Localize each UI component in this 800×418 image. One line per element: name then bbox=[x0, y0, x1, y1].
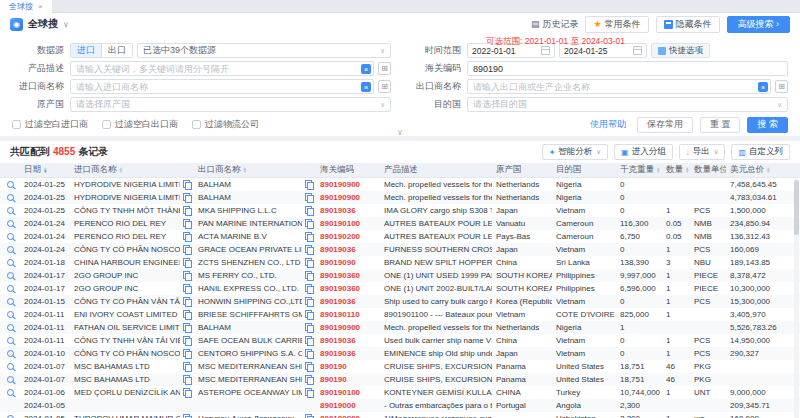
col-header-weight[interactable]: 千克重量▲▼ bbox=[616, 164, 662, 176]
search-button[interactable]: 搜 索 bbox=[747, 117, 788, 133]
sort-icon[interactable]: ▲▼ bbox=[685, 167, 690, 174]
search-row-icon[interactable] bbox=[7, 376, 14, 383]
dest-country-select[interactable]: 请选择目的国 ∨ bbox=[467, 97, 788, 112]
sort-icon[interactable]: ▲▼ bbox=[43, 167, 48, 174]
search-row-icon[interactable] bbox=[7, 259, 14, 266]
copy-icon[interactable] bbox=[305, 310, 314, 320]
copy-icon[interactable] bbox=[305, 258, 314, 268]
table-row[interactable]: 2024-01-172GO GROUP INCMS FERRY CO., LTD… bbox=[0, 269, 800, 282]
table-row[interactable]: 2024-01-24CÔNG TY CỔ PHẦN NOSCO SHIPYARD… bbox=[0, 243, 800, 256]
app-title-group[interactable]: ◉ 全球搜 ∨ bbox=[10, 17, 69, 31]
scrollbar[interactable] bbox=[794, 179, 799, 418]
copy-icon[interactable] bbox=[305, 375, 314, 385]
chevron-down-icon[interactable]: ∨ bbox=[714, 148, 719, 156]
export-button[interactable]: ↓ 导出 ∨ bbox=[679, 144, 726, 160]
advanced-search-button[interactable]: 高级搜索 › bbox=[727, 16, 791, 33]
enter-group-button[interactable]: ▣ 进入分组 bbox=[614, 144, 673, 160]
copy-icon[interactable] bbox=[305, 245, 314, 255]
copy-icon[interactable] bbox=[183, 388, 192, 398]
search-row-icon[interactable] bbox=[7, 207, 14, 214]
translate-icon[interactable]: a bbox=[758, 82, 768, 92]
chevron-down-icon[interactable]: ∨ bbox=[63, 20, 69, 29]
table-row[interactable]: 2024-01-11ENI IVORY COAST LIMITEDBRIESE … bbox=[0, 308, 800, 321]
col-header-importer[interactable]: 进口商名称▲▼ bbox=[70, 164, 194, 176]
search-row-icon[interactable] bbox=[7, 337, 14, 344]
sort-icon[interactable]: ▲▼ bbox=[119, 167, 124, 174]
table-row[interactable]: 2024-01-11CÔNG TY TNHH VẬN TẢI VIỆT THUẬ… bbox=[0, 334, 800, 347]
filter-blank-importer-checkbox[interactable]: 过滤空白进口商 bbox=[12, 118, 88, 131]
copy-icon[interactable] bbox=[183, 206, 192, 216]
copy-icon[interactable] bbox=[183, 349, 192, 359]
table-row[interactable]: 2024-01-07MSC BAHAMAS LTDMSC MEDITERRANE… bbox=[0, 360, 800, 373]
favorites-button[interactable]: ★ 常用条件 bbox=[585, 16, 648, 33]
filter-logistics-checkbox[interactable]: 过滤物流公司 bbox=[192, 118, 259, 131]
search-row-icon[interactable] bbox=[7, 350, 14, 357]
copy-icon[interactable] bbox=[183, 219, 192, 229]
save-conditions-button[interactable]: 保存常用 bbox=[637, 117, 693, 133]
copy-icon[interactable] bbox=[305, 349, 314, 359]
table-row[interactable]: 2024-01-0589019000- Outras embarcações p… bbox=[0, 399, 800, 412]
copy-icon[interactable] bbox=[183, 336, 192, 346]
batch-input-icon[interactable]: ⊞ bbox=[775, 80, 788, 93]
sort-icon[interactable]: ▲▼ bbox=[766, 167, 771, 174]
table-row[interactable]: 2024-01-25CÔNG TY TNHH MỘT THÀNH VIÊN ĐÔ… bbox=[0, 204, 800, 217]
history-button[interactable]: ▤ 历史记录 bbox=[531, 18, 579, 31]
search-row-icon[interactable] bbox=[7, 220, 14, 227]
product-desc-input[interactable] bbox=[70, 61, 374, 76]
col-header-date[interactable]: 日期▲▼ bbox=[20, 164, 70, 176]
copy-icon[interactable] bbox=[305, 297, 314, 307]
table-row[interactable]: 2024-01-06MED ÇORLU DENİZCİLİK ANONİM Şİ… bbox=[0, 386, 800, 399]
search-row-icon[interactable] bbox=[7, 246, 14, 253]
smart-analysis-button[interactable]: ✦ 智能分析 ∨ bbox=[542, 144, 608, 160]
copy-icon[interactable] bbox=[183, 232, 192, 242]
table-row[interactable]: 2024-01-05TUROPOV UMAR MA'MUR O'G'LIЦату… bbox=[0, 412, 800, 418]
copy-icon[interactable] bbox=[183, 180, 192, 190]
search-row-icon[interactable] bbox=[7, 363, 14, 370]
copy-icon[interactable] bbox=[183, 271, 192, 281]
col-header-usd[interactable]: 美元总价▲▼ bbox=[726, 164, 792, 176]
search-row-icon[interactable] bbox=[7, 272, 14, 279]
copy-icon[interactable] bbox=[305, 362, 314, 372]
copy-icon[interactable] bbox=[183, 193, 192, 203]
table-row[interactable]: 2024-01-10CÔNG TY CỔ PHẦN NOSCO SHIPYARD… bbox=[0, 347, 800, 360]
reset-button[interactable]: 重 置 bbox=[700, 117, 741, 133]
copy-icon[interactable] bbox=[183, 284, 192, 294]
tab-global-search[interactable]: 全球搜 × bbox=[0, 0, 52, 13]
copy-icon[interactable] bbox=[305, 336, 314, 346]
copy-icon[interactable] bbox=[183, 414, 192, 418]
copy-icon[interactable] bbox=[183, 258, 192, 268]
col-header-qty[interactable]: 数量▲▼ bbox=[662, 164, 690, 176]
table-row[interactable]: 2024-01-24PERENCO RIO DEL REYACTA MARINE… bbox=[0, 230, 800, 243]
col-header-exporter[interactable]: 出口商名称▲▼ bbox=[194, 164, 316, 176]
table-row[interactable]: 2024-01-11FATHAN OIL SERVICE LIMITEDBALH… bbox=[0, 321, 800, 334]
quick-options-button[interactable]: 快捷选项 bbox=[651, 43, 710, 58]
table-row[interactable]: 2024-01-24PERENCO RIO DEL REYPAN MARINE … bbox=[0, 217, 800, 230]
copy-icon[interactable] bbox=[183, 362, 192, 372]
search-row-icon[interactable] bbox=[7, 298, 14, 305]
data-source-select[interactable]: 已选中39个数据源 ∨ bbox=[137, 43, 391, 58]
filter-blank-exporter-checkbox[interactable]: 过滤空白出口商 bbox=[102, 118, 178, 131]
copy-icon[interactable] bbox=[183, 323, 192, 333]
search-row-icon[interactable] bbox=[7, 389, 14, 396]
copy-icon[interactable] bbox=[183, 245, 192, 255]
search-row-icon[interactable] bbox=[7, 311, 14, 318]
copy-icon[interactable] bbox=[183, 310, 192, 320]
copy-icon[interactable] bbox=[305, 388, 314, 398]
table-row[interactable]: 2024-01-15CÔNG TY CỔ PHẦN VẬN TẢI VÀ TIẾ… bbox=[0, 295, 800, 308]
table-row[interactable]: 2024-01-172GO GROUP INCHANIL EXPRESS CO.… bbox=[0, 282, 800, 295]
copy-icon[interactable] bbox=[305, 219, 314, 229]
copy-icon[interactable] bbox=[305, 414, 314, 418]
copy-icon[interactable] bbox=[305, 206, 314, 216]
export-toggle[interactable]: 出口 bbox=[102, 44, 132, 57]
close-icon[interactable]: × bbox=[38, 2, 43, 11]
hide-conditions-button[interactable]: 隐藏条件 bbox=[656, 16, 720, 33]
exporter-input[interactable] bbox=[467, 79, 771, 94]
import-toggle[interactable]: 进口 bbox=[71, 44, 102, 57]
copy-icon[interactable] bbox=[305, 193, 314, 203]
search-row-icon[interactable] bbox=[7, 324, 14, 331]
batch-input-icon[interactable]: ⊞ bbox=[378, 62, 391, 75]
custom-columns-button[interactable]: ▥ 自定义列 bbox=[731, 144, 790, 160]
search-row-icon[interactable] bbox=[7, 181, 14, 188]
search-row-icon[interactable] bbox=[7, 233, 14, 240]
table-row[interactable]: 2024-01-25HYDRODIVE NIGERIA LIMITEDBALHA… bbox=[0, 178, 800, 191]
